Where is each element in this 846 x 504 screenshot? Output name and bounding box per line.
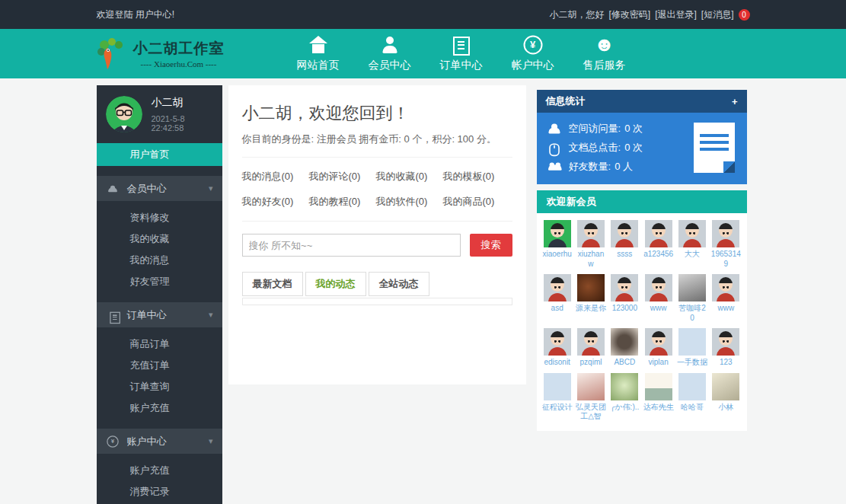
nav-item[interactable]: 帐户中心 [512, 36, 554, 72]
sidebar-menu-row[interactable]: 消费记录 [97, 481, 222, 502]
sidebar-menu-row[interactable]: 账户中心 [97, 429, 222, 454]
member-card[interactable]: 123 [710, 328, 741, 368]
member-card[interactable]: 达布先生 [643, 373, 673, 422]
sidebar-menu-row[interactable]: 用户首页 [97, 143, 222, 166]
member-avatar [577, 220, 605, 247]
sidebar-menu-row[interactable]: 好友管理 [97, 271, 222, 292]
sidebar-menu-row[interactable]: 订单中心 [97, 302, 222, 327]
expand-icon[interactable]: + [732, 96, 738, 107]
member-card[interactable]: 源来是你 [576, 274, 606, 323]
quick-link[interactable]: 我的商品(0) [443, 195, 510, 209]
logout-link[interactable]: [退出登录] [655, 8, 697, 21]
sidebar-menu-row[interactable]: 充值订单 [97, 355, 222, 376]
logo-subtitle: ---- Xiaoerhu.Com ---- [133, 59, 225, 69]
member-avatar [678, 373, 706, 400]
sidebar-menu-row[interactable]: 商品订单 [97, 333, 222, 355]
member-name: www [717, 304, 734, 314]
member-avatar [645, 373, 672, 400]
member-avatar [611, 373, 638, 400]
sidebar-menu-row[interactable]: 账户充值 [97, 460, 222, 481]
member-name: 弘灵天团工△智 [576, 403, 606, 422]
quick-link[interactable]: 我的软件(0) [376, 195, 443, 209]
sidebar-menu-row[interactable]: 我的收藏 [97, 228, 222, 250]
change-password-link[interactable]: [修改密码] [608, 8, 650, 21]
sidebar-menu-label: 商品订单 [130, 337, 170, 351]
site-logo[interactable]: 小二胡工作室 ---- Xiaoerhu.Com ---- [97, 37, 225, 71]
search-button[interactable]: 搜索 [470, 234, 512, 257]
member-name: xiaoerhu [542, 250, 571, 260]
sidebar-menu-row[interactable]: 会员中心 [97, 176, 222, 201]
stat-row: 好友数量: 0 人 [546, 160, 643, 174]
sidebar-menu-row[interactable]: 我的消息 [97, 250, 222, 271]
member-card[interactable]: 19653149 [710, 220, 741, 269]
member-card[interactable]: xiuzhanw [576, 220, 606, 269]
member-card[interactable]: 123000 [609, 274, 640, 323]
member-name: 征程设计 [542, 403, 573, 413]
member-card[interactable]: ABCD [609, 328, 640, 368]
sidebar-menu-label: 用户首页 [130, 148, 170, 161]
member-card[interactable]: 大大 [677, 220, 707, 269]
sidebar-menu-row[interactable]: 账户充值 [97, 397, 222, 419]
member-card[interactable]: 哈哈哥 [677, 373, 707, 422]
feed-tab[interactable]: 全站动态 [369, 272, 429, 296]
quick-link[interactable]: 我的教程(0) [309, 195, 376, 209]
feed-empty-content [242, 298, 512, 305]
nav-icon [594, 36, 615, 54]
sidebar-menu-row[interactable]: 资料修改 [97, 207, 222, 228]
member-card[interactable]: viplan [643, 328, 673, 368]
search-input[interactable] [242, 234, 461, 257]
member-card[interactable]: ssss [609, 220, 640, 269]
nav-label: 订单中心 [440, 59, 483, 72]
nav-item[interactable]: 网站首页 [297, 36, 340, 72]
member-card[interactable]: ╭か伟:).. [609, 373, 640, 422]
sidebar-menu-row[interactable]: 订单查询 [97, 376, 222, 397]
quick-links: 我的消息(0) 我的评论(0) 我的收藏(0) 我的模板(0) 我的好友(0) … [242, 170, 512, 222]
message-count-badge[interactable]: 0 [739, 9, 750, 21]
stat-value: 0 次 [624, 141, 643, 155]
nav-label: 会员中心 [369, 59, 411, 72]
member-name: 源来是你 [576, 304, 606, 314]
nav-icon [522, 36, 544, 54]
stats-panel-header: 信息统计 + [537, 90, 747, 113]
member-avatar [712, 274, 739, 301]
member-card[interactable]: 一手数据 [677, 328, 707, 368]
member-name: www [650, 304, 667, 314]
member-name: 达布先生 [643, 403, 674, 413]
stat-label: 空间访问量: [569, 122, 621, 136]
member-card[interactable]: 征程设计 [542, 373, 573, 422]
member-card[interactable]: 小林 [710, 373, 741, 422]
member-name: 小林 [718, 403, 733, 413]
user-avatar[interactable] [106, 96, 142, 132]
logo-text: 小二胡工作室 ---- Xiaoerhu.Com ---- [133, 39, 225, 69]
member-card[interactable]: pzqiml [576, 328, 606, 368]
nav-item[interactable]: 订单中心 [440, 36, 483, 72]
new-members-header: 欢迎新会员 [537, 190, 747, 213]
member-card[interactable]: xiaoerhu [542, 220, 573, 269]
nav-icon [451, 36, 472, 54]
quick-link[interactable]: 我的评论(0) [309, 170, 376, 183]
member-card[interactable]: www [643, 274, 673, 323]
member-card[interactable]: 弘灵天团工△智 [576, 373, 606, 422]
sidebar-menu-label: 账户充值 [130, 464, 170, 477]
chevron-down-icon [209, 436, 213, 446]
member-name: ABCD [614, 358, 635, 368]
nav-label: 帐户中心 [512, 59, 554, 72]
nav-item[interactable]: 售后服务 [583, 36, 626, 72]
quick-link[interactable]: 我的收藏(0) [376, 170, 443, 183]
messages-link[interactable]: [短消息] [701, 8, 734, 21]
quick-link[interactable]: 我的模板(0) [443, 170, 510, 183]
member-card[interactable]: 苦咖啡20 [677, 274, 707, 323]
profile-username: 小二胡 [152, 96, 213, 110]
feed-tab[interactable]: 我的动态 [305, 272, 366, 296]
feed-tab[interactable]: 最新文档 [242, 272, 303, 296]
member-card[interactable]: a123456 [643, 220, 673, 269]
quick-link[interactable]: 我的好友(0) [242, 195, 309, 209]
sidebar: 小二胡 2021-5-8 22:42:58 用户首页 会员中心 [97, 85, 222, 504]
member-card[interactable]: asd [542, 274, 573, 323]
new-members-panel: 欢迎新会员 xiaoerhu xiuzhanw [537, 190, 747, 431]
nav-item[interactable]: 会员中心 [369, 36, 411, 72]
member-card[interactable]: edisonit [542, 328, 573, 368]
quick-link[interactable]: 我的消息(0) [242, 170, 309, 183]
stat-icon [548, 161, 561, 172]
member-card[interactable]: www [710, 274, 741, 323]
